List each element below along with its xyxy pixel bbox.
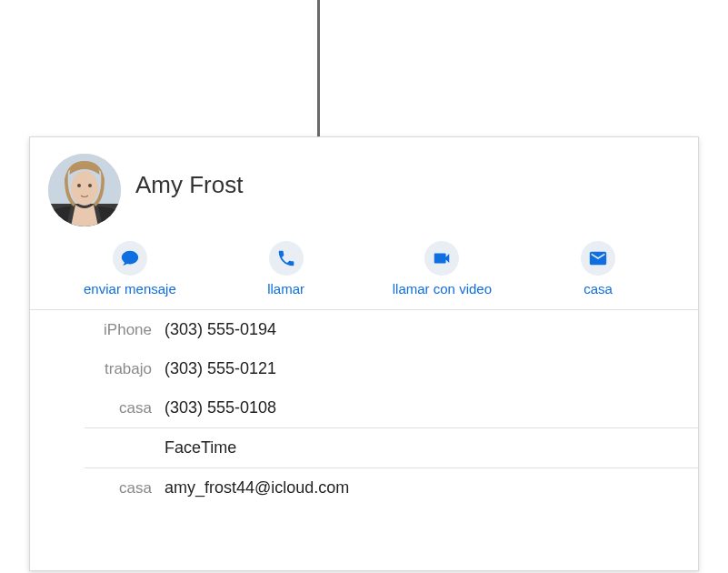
- phone-row-work[interactable]: trabajo (303) 555-0121: [30, 349, 698, 388]
- phone-icon: [269, 241, 304, 276]
- mail-button[interactable]: casa: [520, 241, 676, 297]
- phone-label: iPhone: [30, 321, 165, 339]
- phone-label: casa: [30, 399, 165, 417]
- svg-point-3: [77, 184, 81, 187]
- facetime-value: FaceTime: [165, 438, 236, 457]
- phone-value: (303) 555-0108: [165, 398, 276, 417]
- call-label: llamar: [267, 281, 304, 297]
- email-value: amy_frost44@icloud.com: [165, 478, 349, 498]
- phone-label: trabajo: [30, 360, 165, 378]
- mail-label: casa: [583, 281, 613, 297]
- contact-header: Amy Frost: [30, 137, 698, 236]
- details-section: iPhone (303) 555-0194 trabajo (303) 555-…: [30, 310, 698, 508]
- phone-row-iphone[interactable]: iPhone (303) 555-0194: [30, 310, 698, 349]
- message-button[interactable]: enviar mensaje: [52, 241, 208, 297]
- mail-icon: [581, 241, 615, 276]
- video-call-button[interactable]: llamar con video: [364, 241, 521, 297]
- avatar[interactable]: [48, 154, 121, 226]
- avatar-image: [48, 154, 121, 226]
- email-label: casa: [30, 479, 165, 498]
- video-icon: [424, 241, 459, 276]
- svg-point-2: [71, 171, 98, 206]
- action-row: enviar mensaje llamar llamar con video c…: [30, 236, 698, 310]
- video-label: llamar con video: [393, 281, 492, 297]
- message-label: enviar mensaje: [84, 281, 176, 297]
- phone-value: (303) 555-0194: [165, 320, 276, 339]
- phone-value: (303) 555-0121: [165, 359, 276, 378]
- contact-card: Amy Frost enviar mensaje llamar llamar c…: [29, 136, 699, 571]
- call-button[interactable]: llamar: [208, 241, 364, 297]
- facetime-row[interactable]: FaceTime: [30, 428, 698, 467]
- phone-row-home[interactable]: casa (303) 555-0108: [30, 388, 698, 427]
- message-icon: [113, 241, 147, 276]
- svg-point-4: [88, 184, 92, 187]
- contact-name[interactable]: Amy Frost: [135, 171, 243, 199]
- email-row[interactable]: casa amy_frost44@icloud.com: [30, 468, 698, 508]
